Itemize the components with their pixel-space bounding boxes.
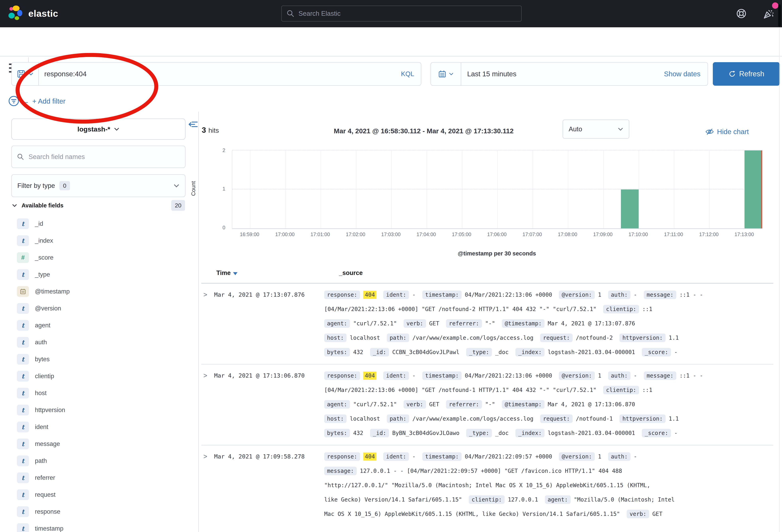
field-item-timestamp[interactable]: ttimestamp (17, 520, 185, 532)
x-tick-label: 17:05:00 (452, 231, 471, 237)
chevron-down-icon (174, 183, 179, 189)
expand-row-button[interactable]: > (201, 288, 214, 302)
source-line: agent:"curl/7.52.1"verb:GETreferrer:"-"@… (324, 397, 773, 412)
expand-row-button[interactable]: > (201, 369, 214, 383)
add-filter-button[interactable]: + Add filter (32, 97, 65, 105)
field-item-host[interactable]: thost (17, 385, 185, 402)
scrollbar-track[interactable] (779, 27, 780, 532)
field-item-at-version[interactable]: t@version (17, 300, 185, 317)
query-input[interactable]: response:404 KQL (11, 62, 421, 86)
field-item-ident[interactable]: tident (17, 418, 185, 435)
field-key-badge: @timestamp: (502, 319, 544, 328)
field-value: 1 (598, 453, 601, 460)
saved-query-menu-button[interactable] (12, 63, 39, 85)
brand-wordmark: elastic (28, 8, 58, 19)
field-item-referrer[interactable]: treferrer (17, 469, 185, 486)
field-value: /notfound-2 (576, 335, 613, 341)
gridline-vertical (603, 150, 604, 228)
field-search-input[interactable]: Search field names (11, 146, 185, 168)
filter-set-menu-button[interactable] (8, 95, 20, 107)
histogram-bar[interactable] (621, 189, 639, 229)
x-tick-label: 17:01:00 (311, 231, 330, 237)
field-item-clientip[interactable]: tclientip (17, 368, 185, 385)
search-icon (287, 9, 294, 17)
x-tick-label: 17:09:00 (593, 231, 612, 237)
show-dates-button[interactable]: Show dates (664, 70, 708, 78)
source-line: response:404ident:-timestamp:04/Mar/2021… (324, 369, 773, 383)
column-header-source: _source (339, 269, 363, 276)
doc-source: response:404ident:-timestamp:04/Mar/2021… (324, 369, 773, 440)
field-value: GET (429, 320, 439, 327)
life-ring-icon (736, 8, 747, 19)
field-value: - (412, 292, 416, 298)
field-key-badge: @version: (559, 452, 595, 461)
gridline-horizontal (232, 189, 762, 189)
collapse-left-icon (188, 119, 198, 129)
refresh-button[interactable]: Refresh (713, 62, 780, 86)
filter-by-type-select[interactable]: Filter by type 0 (11, 174, 185, 197)
field-item-auth[interactable]: tauth (17, 334, 185, 351)
doc-time-value: Mar 4, 2021 @ 17:13:06.870 (214, 369, 324, 383)
doc-source: response:404ident:-timestamp:04/Mar/2021… (324, 288, 773, 359)
column-header-time[interactable]: Time (216, 269, 238, 276)
field-key-badge: host: (324, 334, 347, 342)
brand[interactable]: elastic (6, 4, 58, 22)
global-search-input[interactable]: Search Elastic (281, 6, 522, 22)
gridline-vertical (568, 150, 568, 228)
field-type-text-icon: t (17, 371, 29, 382)
field-type-date-icon (17, 286, 29, 297)
gridline-vertical (533, 150, 533, 228)
field-item-httpversion[interactable]: thttpversion (17, 402, 185, 418)
field-item-_type[interactable]: t_type (17, 266, 185, 283)
field-key-badge: clientip: (603, 386, 639, 394)
field-item-agent[interactable]: tagent (17, 317, 185, 334)
field-item-_id[interactable]: t_id (17, 215, 185, 232)
gridline-vertical (250, 150, 250, 228)
query-text[interactable]: response:404 (39, 70, 401, 78)
time-range-picker[interactable]: Last 15 minutes Show dates (430, 62, 708, 86)
field-item-at-timestamp[interactable]: @timestamp (17, 283, 185, 300)
source-line: host:localhostpath:/var/www/example.com/… (324, 331, 773, 345)
histogram-plot[interactable] (232, 150, 762, 229)
field-item-bytes[interactable]: tbytes (17, 351, 185, 368)
field-key-badge: @version: (559, 291, 595, 299)
elastic-logo (6, 4, 24, 22)
field-key-badge: httpversion: (619, 414, 665, 423)
field-value: Mac OS X 10_15_6) AppleWebKit/605.1.15 (… (324, 511, 620, 517)
quick-select-menu-button[interactable] (431, 63, 461, 85)
field-key-badge: ident: (383, 452, 409, 461)
time-range-value[interactable]: Last 15 minutes (461, 70, 664, 78)
newsfeed-button[interactable] (763, 8, 774, 20)
gridline-horizontal (232, 150, 762, 150)
expand-row-button[interactable]: > (201, 449, 214, 464)
table-row: >Mar 4, 2021 @ 17:09:58.278response:404i… (201, 445, 773, 526)
filter-by-type-label: Filter by type (17, 182, 55, 189)
field-type-text-icon: t (17, 354, 29, 365)
field-item-response[interactable]: tresponse (17, 503, 185, 520)
field-item-message[interactable]: tmessage (17, 435, 185, 452)
field-key-badge: clientip: (603, 305, 639, 313)
help-button[interactable] (736, 8, 747, 19)
available-fields-header[interactable]: Available fields 20 (12, 200, 185, 211)
histogram-bar[interactable] (745, 150, 762, 228)
field-item-path[interactable]: tpath (17, 452, 185, 469)
gridline-vertical (356, 150, 356, 228)
interval-select[interactable]: Auto (563, 120, 629, 139)
available-fields-count: 20 (171, 200, 185, 211)
hide-chart-button[interactable]: Hide chart (705, 127, 749, 136)
scrollbar-thumb[interactable] (778, 4, 781, 27)
field-item-request[interactable]: trequest (17, 486, 185, 503)
field-name: _type (35, 271, 50, 278)
source-line: response:404ident:-timestamp:04/Mar/2021… (324, 449, 773, 464)
collapse-sidebar-button[interactable] (188, 119, 198, 129)
filter-by-type-count: 0 (60, 181, 70, 190)
index-pattern-select[interactable]: logstash-* (11, 119, 185, 140)
chevron-down-icon (28, 71, 34, 77)
field-item-_score[interactable]: #_score (17, 249, 185, 266)
field-key-badge: ident: (383, 291, 409, 299)
field-key-badge: verb: (627, 510, 649, 518)
source-line: "http://127.0.0.1/" "Mozilla/5.0 (Macint… (324, 478, 773, 492)
field-value: 1.1 (669, 415, 679, 422)
field-item-_index[interactable]: t_index (17, 232, 185, 249)
query-language-button[interactable]: KQL (401, 70, 421, 78)
